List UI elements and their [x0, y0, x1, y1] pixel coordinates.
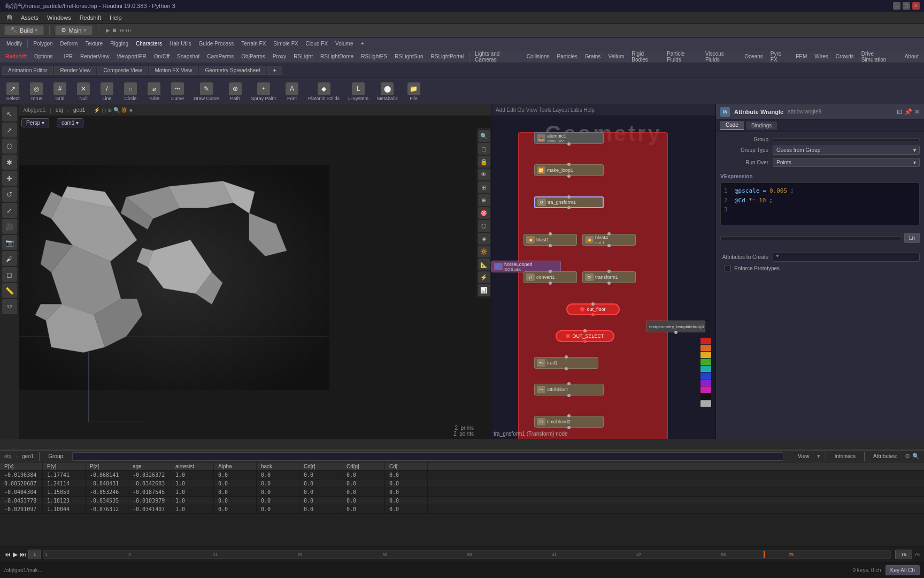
table-cell[interactable]: 0.0 [299, 505, 342, 513]
tab-code[interactable]: Code [720, 121, 744, 130]
tool-torus[interactable]: ◎Torus [26, 81, 47, 102]
bottom-group-label[interactable]: Group: [45, 453, 68, 460]
table-cell[interactable]: 1.24114 [43, 480, 86, 488]
menu-file[interactable]: 商 [2, 12, 17, 22]
tool-font[interactable]: AFont [281, 81, 303, 102]
timeline-ruler[interactable]: 1 5 11 23 30 35 41 47 53 75 [43, 550, 891, 559]
panel-pin-btn[interactable]: 📌 [904, 108, 912, 116]
tb2-redshift[interactable]: Redshift [2, 53, 30, 60]
vp-tool-5[interactable]: ⊞ [478, 181, 490, 193]
vp-tool-4[interactable]: 👁 [478, 169, 490, 180]
table-cell[interactable]: 0.0 [385, 488, 428, 496]
vp-tool-1[interactable]: 🔍 [478, 130, 490, 142]
run-over-dropdown[interactable]: Points ▾ [773, 158, 920, 167]
tool-scale[interactable]: ⤢ [2, 203, 17, 218]
tool-12[interactable]: 12 [2, 299, 17, 314]
build-button[interactable]: 🔨 Build ▾ [4, 25, 44, 35]
tb-add[interactable]: + [357, 40, 367, 47]
table-cell[interactable]: 0.0 [214, 488, 257, 496]
table-cell[interactable]: 1.0 [171, 497, 214, 505]
tb2-ipr[interactable]: IPR [60, 53, 76, 60]
search-input[interactable] [720, 236, 902, 240]
table-cell[interactable]: 0.0 [257, 480, 299, 488]
table-cell[interactable]: 0.0 [385, 497, 428, 505]
table-cell[interactable]: 1.17741 [43, 471, 86, 479]
tb-terrainfx[interactable]: Terrain FX [238, 40, 269, 47]
swatch-red[interactable] [700, 338, 711, 344]
col-airresist[interactable]: airresist [171, 462, 214, 470]
tool-platonic[interactable]: ◆Platonic Solids [305, 81, 343, 102]
table-cell[interactable]: 0.0 [257, 497, 299, 505]
vp-tool-9[interactable]: ◈ [478, 233, 490, 245]
tb2-vellum[interactable]: Vellum [605, 53, 627, 60]
table-cell[interactable]: 0.0 [385, 505, 428, 513]
tb-polygon[interactable]: Polygon [30, 40, 56, 47]
tb2-fem[interactable]: FEM [792, 53, 810, 60]
swatch-yellow[interactable] [700, 352, 711, 358]
tb2-collisions[interactable]: Collisions [523, 53, 553, 60]
swatch-blue[interactable] [700, 372, 711, 379]
shelf-tab-animation[interactable]: Animation Editor [2, 66, 53, 75]
tool-file[interactable]: 📁File [403, 81, 425, 102]
tool-line[interactable]: /Line [96, 81, 118, 102]
table-cell[interactable]: 0.0 [214, 480, 257, 488]
tb-simplefx[interactable]: Simple FX [270, 40, 301, 47]
table-cell[interactable]: 0.0 [257, 471, 299, 479]
col-age[interactable]: age [128, 462, 171, 470]
vp-tool-7[interactable]: 🎯 [478, 207, 490, 219]
node-timeblend2[interactable]: ⏱ timeblend2 [534, 416, 604, 428]
tb2-pyrofx[interactable]: Pyro FX [767, 50, 791, 63]
swatch-white[interactable] [700, 400, 711, 407]
table-cell[interactable]: -0.0453778 [0, 497, 43, 505]
vp-tool-12[interactable]: ⚡ [478, 271, 490, 283]
tool-pointer[interactable]: ↗ [2, 123, 17, 138]
col-cdg[interactable]: Cd[g] [342, 462, 385, 470]
tab-bindings[interactable]: Bindings [746, 121, 777, 130]
col-cdr[interactable]: Cd[r] [299, 462, 342, 470]
tb-texture[interactable]: Texture [82, 40, 106, 47]
table-cell[interactable]: 1.18123 [43, 497, 86, 505]
menu-windows[interactable]: Windows [43, 13, 75, 22]
tool-measure[interactable]: 📏 [2, 283, 17, 298]
maximize-btn[interactable]: □ [903, 2, 910, 10]
play-btn[interactable]: ▶ [13, 551, 18, 558]
tb2-drivesim[interactable]: Drive Simulation [858, 50, 900, 63]
attrs-create-input[interactable]: * [773, 253, 920, 262]
tb-modify[interactable]: Modify [3, 40, 25, 47]
tb2-rslightes[interactable]: RSLightES [358, 53, 390, 60]
table-cell[interactable]: 0.00520687 [0, 480, 43, 488]
node-blast1[interactable]: 💥 blast1 [523, 234, 577, 246]
table-cell[interactable]: 1.15059 [43, 488, 86, 496]
table-cell[interactable]: 0.0 [214, 505, 257, 513]
tb2-rslightportal[interactable]: RSLightPortal [427, 53, 467, 60]
play-fwd-btn[interactable]: ⏭ [20, 551, 26, 558]
col-alpha[interactable]: Alpha [214, 462, 257, 470]
panel-close-btn[interactable]: ✕ [914, 108, 920, 116]
node-graph[interactable]: Geometry 🌀 horseLooped SOS.abc 📥 alembic… [491, 116, 715, 439]
menu-redshift[interactable]: Redshift [75, 13, 105, 22]
bottom-view[interactable]: View [795, 453, 813, 460]
vp-tool-10[interactable]: 🔆 [478, 246, 490, 257]
shelf-tab-add[interactable]: + [267, 66, 282, 75]
tool-tube[interactable]: ⌀Tube [143, 81, 165, 102]
group-type-dropdown[interactable]: Guess from Group ▾ [773, 146, 920, 155]
node-transform1-2[interactable]: ⟳ transform1 [582, 271, 636, 283]
table-cell[interactable]: -0.0404304 [0, 488, 43, 496]
frame-display[interactable]: 75 [895, 550, 912, 559]
table-cell[interactable]: -0.0103979 [128, 497, 171, 505]
tb2-viewportipr[interactable]: ViewportIPR [113, 53, 149, 60]
shelf-tab-motionfx[interactable]: Motion FX View [149, 66, 198, 75]
bottom-filter-icon[interactable]: 🔍 [912, 453, 920, 460]
col-px[interactable]: P[x] [0, 462, 43, 470]
node-out-select[interactable]: OUT_SELECT [556, 330, 614, 342]
main-button[interactable]: ⚙ Main ▾ [55, 25, 93, 35]
tb2-rslight[interactable]: RSLight [290, 53, 316, 60]
table-cell[interactable]: -0.868141 [86, 471, 128, 479]
table-cell[interactable]: -0.876312 [86, 505, 128, 513]
bottom-settings-icon[interactable]: ⚙ [905, 453, 910, 460]
tb2-camparms[interactable]: CamParms [204, 53, 237, 60]
vp-tool-3[interactable]: 🔒 [478, 156, 490, 168]
table-cell[interactable]: 0.0 [342, 505, 385, 513]
node-attribblur1[interactable]: 〰 attribblur1 [534, 384, 604, 396]
swatch-teal[interactable] [700, 366, 711, 372]
